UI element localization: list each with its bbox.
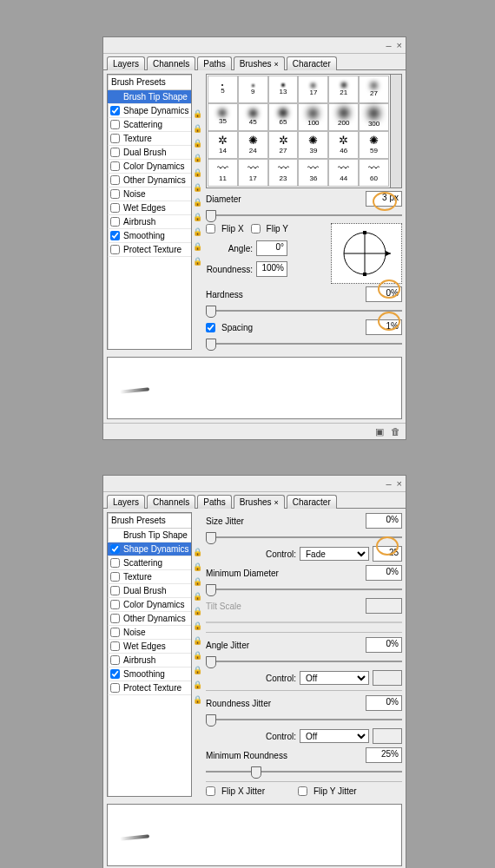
new-preset-icon[interactable]: ▣ <box>375 426 384 437</box>
tab-brushes[interactable]: Brushes× <box>234 495 285 509</box>
lock-icon[interactable]: 🔒 <box>192 574 202 589</box>
diameter-value[interactable]: 3 px <box>366 191 402 207</box>
trash-icon[interactable]: 🗑 <box>391 426 400 437</box>
flip-y-jitter-checkbox[interactable] <box>298 786 307 796</box>
hardness-value[interactable]: 0% <box>366 286 402 302</box>
close-icon[interactable]: × <box>397 478 402 489</box>
sidebar-checkbox[interactable] <box>110 628 120 637</box>
sidebar-item[interactable]: Airbrush <box>108 215 191 229</box>
sidebar-item[interactable]: Color Dynamics <box>108 160 191 174</box>
brush-preset[interactable]: 〰11 <box>208 159 238 187</box>
lock-icon[interactable]: 🔒 <box>192 603 202 618</box>
scrollbar[interactable] <box>391 74 402 188</box>
sidebar-item[interactable]: Dual Brush <box>108 584 191 598</box>
brush-preset[interactable]: ✺59 <box>359 131 389 159</box>
brush-preset[interactable]: 27 <box>359 76 389 103</box>
roundness-jitter-slider[interactable] <box>206 713 402 726</box>
angle-value[interactable]: 0° <box>256 240 287 256</box>
sidebar-item[interactable]: Brush Tip Shape <box>108 90 191 104</box>
sidebar-checkbox[interactable] <box>110 669 120 679</box>
sidebar-checkbox[interactable] <box>110 148 120 157</box>
sidebar-item[interactable]: Scattering <box>108 556 191 570</box>
tab-layers[interactable]: Layers <box>107 56 145 70</box>
lock-icon[interactable]: 🔒 <box>192 633 202 648</box>
brush-preset[interactable]: 〰17 <box>238 159 268 187</box>
lock-icon[interactable]: 🔒 <box>192 121 202 135</box>
roundness-control-select[interactable]: Off <box>300 729 369 743</box>
angle-jitter-slider[interactable] <box>206 655 402 667</box>
roundness-value[interactable]: 100% <box>256 261 287 277</box>
lock-icon[interactable]: 🔒 <box>192 662 202 677</box>
sidebar-item[interactable]: Shape Dynamics <box>108 542 191 556</box>
lock-icon[interactable]: 🔒 <box>192 209 202 224</box>
tab-paths[interactable]: Paths <box>197 495 232 509</box>
size-control-value[interactable]: 25 <box>373 546 402 562</box>
brush-preset[interactable]: 〰36 <box>298 159 328 187</box>
sidebar-checkbox[interactable] <box>110 203 120 213</box>
brush-preset-grid[interactable]: 5913172127354565100200300✲14✺24✲27✺39✲46… <box>206 74 391 188</box>
sidebar-item[interactable]: Smoothing <box>108 229 191 243</box>
brush-preset[interactable]: 〰23 <box>268 159 299 187</box>
min-diameter-slider[interactable] <box>206 583 402 595</box>
brush-preset[interactable]: ✲46 <box>328 131 359 159</box>
sidebar-item[interactable]: Wet Edges <box>108 640 191 654</box>
size-control-select[interactable]: Fade <box>300 547 369 561</box>
lock-icon[interactable]: 🔒 <box>192 559 202 574</box>
spacing-checkbox[interactable] <box>206 323 215 332</box>
lock-icon[interactable]: 🔒 <box>192 135 202 150</box>
minimize-icon[interactable]: – <box>386 478 391 489</box>
sidebar-checkbox[interactable] <box>110 641 120 651</box>
flip-x-jitter-checkbox[interactable] <box>206 786 215 796</box>
spacing-value[interactable]: 1% <box>366 319 402 335</box>
sidebar-checkbox[interactable] <box>110 231 120 240</box>
lock-icon[interactable]: 🔒 <box>192 194 202 209</box>
sidebar-checkbox[interactable] <box>110 134 120 143</box>
flip-y-checkbox[interactable] <box>251 224 261 233</box>
sidebar-checkbox[interactable] <box>110 655 120 665</box>
sidebar-checkbox[interactable] <box>110 245 120 254</box>
sidebar-header[interactable]: Brush Presets <box>108 75 191 90</box>
min-roundness-slider[interactable] <box>206 766 402 778</box>
brush-preset[interactable]: 〰44 <box>328 159 359 187</box>
brush-preset[interactable]: 5 <box>208 76 238 103</box>
brush-preset[interactable]: 100 <box>298 103 328 131</box>
brush-preset[interactable]: 13 <box>268 76 299 103</box>
brush-preset[interactable]: 65 <box>268 103 299 131</box>
brush-preset[interactable]: 35 <box>208 103 238 131</box>
sidebar-item[interactable]: Dual Brush <box>108 146 191 160</box>
sidebar-checkbox[interactable] <box>110 544 120 554</box>
size-jitter-value[interactable]: 0% <box>366 513 402 529</box>
sidebar-item[interactable]: Shape Dynamics <box>108 104 191 118</box>
brush-preset[interactable]: 9 <box>238 76 268 103</box>
minimize-icon[interactable]: – <box>386 40 391 50</box>
brush-preset[interactable]: 17 <box>298 76 328 103</box>
tab-channels[interactable]: Channels <box>147 495 195 509</box>
sidebar-item[interactable]: Wet Edges <box>108 201 191 215</box>
sidebar-item[interactable]: Other Dynamics <box>108 174 191 187</box>
sidebar-checkbox[interactable] <box>110 683 120 693</box>
min-roundness-value[interactable]: 25% <box>366 747 402 763</box>
sidebar-checkbox[interactable] <box>110 161 120 171</box>
brush-preset[interactable]: ✺24 <box>238 131 268 159</box>
lock-icon[interactable]: 🔒 <box>192 224 202 239</box>
tab-paths[interactable]: Paths <box>197 56 232 70</box>
brush-preset[interactable]: ✲27 <box>268 131 299 159</box>
lock-icon[interactable]: 🔒 <box>192 677 202 692</box>
sidebar-item[interactable]: Protect Texture <box>108 243 191 257</box>
diameter-slider[interactable] <box>206 209 402 221</box>
lock-icon[interactable]: 🔒 <box>192 692 202 707</box>
sidebar-checkbox[interactable] <box>110 217 120 227</box>
lock-icon[interactable]: 🔒 <box>192 648 202 662</box>
sidebar-item[interactable]: Texture <box>108 132 191 146</box>
sidebar-item[interactable]: Noise <box>108 626 191 640</box>
sidebar-checkbox[interactable] <box>110 586 120 595</box>
angle-roundness-widget[interactable] <box>331 223 402 284</box>
sidebar-header[interactable]: Brush Presets <box>108 513 191 529</box>
sidebar-checkbox[interactable] <box>110 600 120 609</box>
sidebar-item[interactable]: Color Dynamics <box>108 598 191 612</box>
sidebar-item[interactable]: Protect Texture <box>108 681 191 695</box>
close-icon[interactable]: × <box>397 40 402 50</box>
brush-preset[interactable]: 200 <box>328 103 359 131</box>
lock-icon[interactable] <box>192 91 202 106</box>
tab-brushes[interactable]: Brushes× <box>234 56 285 70</box>
